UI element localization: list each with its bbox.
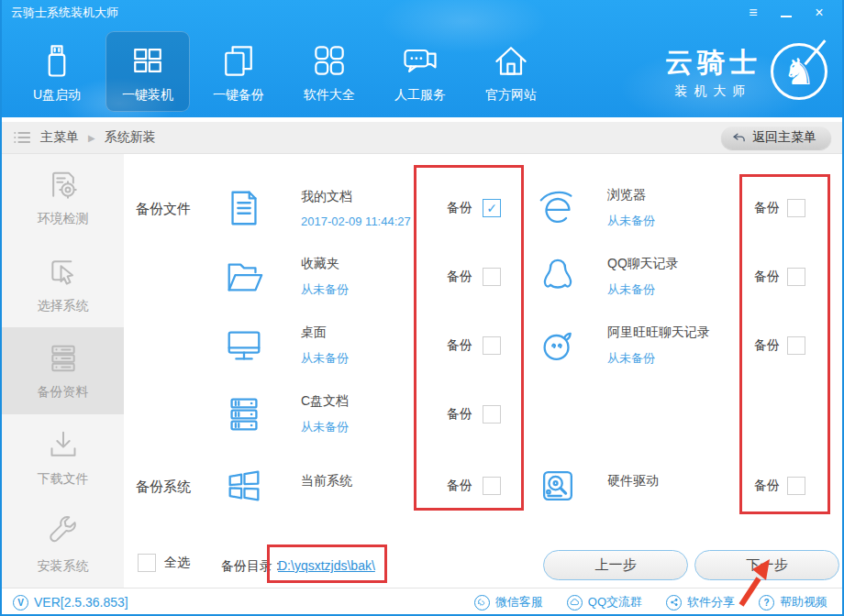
- breadcrumb: 主菜单 ▶ 系统新装 返回主菜单: [2, 122, 842, 154]
- current-system-icon: [223, 465, 265, 507]
- wechat-service-link[interactable]: 微信客服: [474, 594, 543, 610]
- backup-checkbox-favorites[interactable]: [483, 268, 501, 286]
- nav-label: 一键备份: [213, 87, 264, 104]
- backup-checkbox-qq-chat[interactable]: [787, 268, 805, 286]
- nav-label: 官方网站: [485, 87, 537, 104]
- backup-checkbox-my-documents[interactable]: ✓: [483, 199, 501, 217]
- backup-panel: 备份文件 备份系统 我的文档 2017-02-09 11:44:27 收藏夹 从: [124, 154, 842, 588]
- titlebar: 云骑士系统装机大师 ≡ ×: [2, 0, 842, 26]
- favorites-folder-icon: [223, 256, 265, 298]
- backup-checkbox-browser[interactable]: [787, 199, 805, 217]
- sidebar-item-install-system[interactable]: 安装系统: [2, 500, 124, 588]
- header: 云骑士系统装机大师 ≡ × U盘启动 一键装机: [2, 0, 842, 117]
- qq-group-link[interactable]: QQ交流群: [567, 594, 642, 610]
- aliwangwang-chat-icon: [537, 324, 579, 367]
- app-window: 云骑士系统装机大师 ≡ × U盘启动 一键装机: [0, 0, 844, 616]
- back-to-main-menu-button[interactable]: 返回主菜单: [721, 126, 831, 149]
- c-drive-docs-icon: [223, 393, 265, 435]
- group-label-backup-system: 备份系统: [136, 478, 191, 496]
- sidebar-item-download-files[interactable]: 下载文件: [2, 414, 124, 501]
- software-collection-icon: [309, 40, 350, 81]
- backup-row-current-system: 当前系统: [223, 452, 352, 520]
- nav-one-key-install[interactable]: 一键装机: [106, 31, 190, 112]
- return-arrow-icon: [732, 131, 746, 145]
- knight-logo-icon: ♞: [771, 43, 827, 100]
- menu-icon[interactable]: ≡: [743, 4, 763, 22]
- desktop-icon: [223, 324, 265, 367]
- sidebar-item-backup-data[interactable]: 备份资料: [2, 327, 124, 414]
- main-nav: U盘启动 一键装机 一键备份 软件大全: [2, 26, 842, 117]
- wechat-service-icon: [474, 595, 490, 610]
- nav-label: U盘启动: [33, 87, 81, 104]
- backup-checkbox-current-system[interactable]: [483, 477, 501, 495]
- breadcrumb-root[interactable]: 主菜单: [40, 129, 79, 146]
- backup-dir-label: 备份目录 :: [221, 558, 280, 575]
- steps-sidebar: 环境检测 选择系统 备份资料 下载文件: [2, 154, 124, 588]
- environment-check-icon: [45, 167, 82, 204]
- backup-checkbox-hardware-driver[interactable]: [787, 477, 805, 495]
- install-system-icon: [45, 514, 82, 551]
- backup-row-qq-chat: QQ聊天记录 从未备份: [537, 243, 679, 311]
- backup-checkbox-c-drive-docs[interactable]: [483, 405, 501, 424]
- backup-data-icon: [45, 340, 82, 377]
- brand-name: 云骑士: [665, 44, 761, 82]
- share-icon: [666, 595, 682, 610]
- nav-official-website[interactable]: 官方网站: [469, 31, 553, 112]
- prev-step-button[interactable]: 上一步: [543, 550, 688, 580]
- window-title: 云骑士系统装机大师: [11, 5, 118, 21]
- nav-usb-boot[interactable]: U盘启动: [15, 31, 99, 112]
- select-system-icon: [45, 254, 82, 291]
- one-key-install-icon: [128, 40, 168, 81]
- nav-one-key-backup[interactable]: 一键备份: [196, 31, 281, 112]
- live-service-icon: [400, 40, 440, 81]
- backup-row-favorites: 收藏夹 从未备份: [223, 243, 349, 311]
- group-label-backup-files: 备份文件: [136, 201, 191, 218]
- backup-row-c-drive-docs: C盘文档 从未备份: [223, 380, 349, 448]
- next-step-button[interactable]: 下一步: [694, 550, 839, 580]
- browser-icon: [537, 187, 579, 229]
- brand-subtitle: 装机大师: [665, 83, 761, 100]
- help-video-link[interactable]: ? 帮助视频: [759, 594, 827, 610]
- item-title: 我的文档: [301, 189, 411, 205]
- help-video-icon: ?: [759, 595, 774, 610]
- backup-row-my-documents: 我的文档 2017-02-09 11:44:27: [223, 174, 411, 242]
- nav-software-collection[interactable]: 软件大全: [287, 31, 372, 112]
- backup-checkbox-aliwangwang[interactable]: [787, 336, 805, 355]
- nav-live-service[interactable]: 人工服务: [378, 31, 462, 112]
- share-link[interactable]: 软件分享: [666, 594, 735, 610]
- qq-group-icon: [567, 595, 583, 610]
- backup-row-aliwangwang: 阿里旺旺聊天记录 从未备份: [537, 312, 710, 380]
- backup-checkbox-label: 备份: [447, 200, 472, 216]
- sidebar-item-environment-check[interactable]: 环境检测: [2, 154, 124, 241]
- nav-label: 一键装机: [122, 87, 173, 104]
- qq-chat-icon: [537, 256, 579, 298]
- backup-dir-link[interactable]: D:\yqsxtzjds\bak\: [278, 558, 375, 573]
- backup-row-desktop: 桌面 从未备份: [223, 312, 349, 380]
- backup-row-browser: 浏览器 从未备份: [537, 174, 655, 242]
- close-icon[interactable]: ×: [809, 4, 829, 22]
- select-all-label: 全选: [164, 555, 190, 571]
- version-text: VER[2.5.36.853]: [34, 595, 128, 610]
- nav-label: 软件大全: [304, 87, 355, 104]
- select-all-checkbox[interactable]: [138, 554, 156, 572]
- usb-icon: [37, 40, 77, 81]
- breadcrumb-current: 系统新装: [105, 129, 156, 146]
- official-website-icon: [491, 40, 531, 81]
- one-key-backup-icon: [218, 40, 259, 81]
- version-info: V VER[2.5.36.853]: [13, 595, 128, 610]
- hardware-driver-icon: [537, 465, 579, 507]
- backup-checkbox-desktop[interactable]: [483, 336, 501, 355]
- chevron-right-icon: ▶: [88, 133, 95, 143]
- footer: V VER[2.5.36.853] 微信客服 QQ交流群 软件分享: [2, 588, 842, 616]
- nav-label: 人工服务: [394, 87, 446, 104]
- backup-row-hardware-driver: 硬件驱动: [537, 452, 659, 520]
- download-files-icon: [45, 427, 82, 464]
- brand-logo: 云骑士 装机大师 ♞: [665, 43, 827, 100]
- minimize-icon[interactable]: [776, 4, 796, 22]
- version-icon: V: [13, 595, 28, 610]
- list-icon: [13, 130, 31, 145]
- item-subtitle: 2017-02-09 11:44:27: [301, 214, 411, 228]
- sidebar-item-select-system[interactable]: 选择系统: [2, 241, 124, 328]
- my-documents-icon: [223, 187, 265, 229]
